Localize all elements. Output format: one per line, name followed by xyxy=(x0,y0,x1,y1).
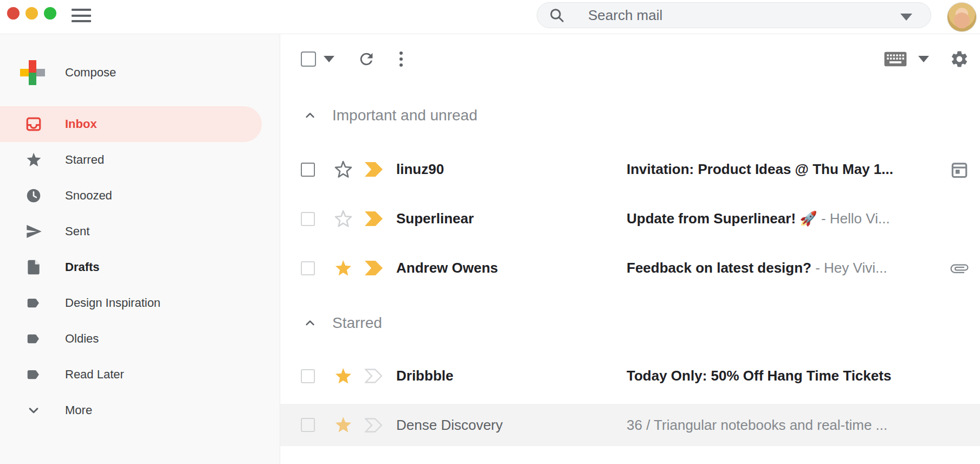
email-sender: linuz90 xyxy=(396,161,627,178)
sidebar-item-inbox[interactable]: Inbox xyxy=(0,106,262,142)
row-checkbox[interactable] xyxy=(301,418,315,432)
menu-icon[interactable] xyxy=(72,9,91,23)
sidebar-item-more[interactable]: More xyxy=(0,392,280,428)
email-subject: 36 / Triangular notebooks and real-time … xyxy=(627,417,887,433)
email-snippet: - Hello Vi... xyxy=(817,210,890,227)
minimize-window-button[interactable] xyxy=(25,7,38,20)
sidebar-item-label: Snoozed xyxy=(65,189,112,203)
star-toggle-icon[interactable] xyxy=(333,366,353,386)
row-checkbox[interactable] xyxy=(301,369,315,383)
search-icon[interactable] xyxy=(548,7,565,24)
chevron-down-icon xyxy=(24,402,43,418)
row-checkbox[interactable] xyxy=(301,261,315,275)
email-row[interactable]: Dense Discovery 36 / Triangular notebook… xyxy=(280,404,980,446)
star-toggle-icon[interactable] xyxy=(333,160,353,179)
sidebar-item-label: Sent xyxy=(65,224,89,239)
label-icon xyxy=(24,295,43,311)
sidebar-item-label: Read Later xyxy=(65,368,124,382)
sidebar-item-drafts[interactable]: Drafts xyxy=(0,249,280,285)
refresh-icon[interactable] xyxy=(357,50,376,68)
label-icon xyxy=(24,331,43,347)
zoom-window-button[interactable] xyxy=(44,7,56,20)
email-sender: Andrew Owens xyxy=(396,260,627,276)
list-toolbar xyxy=(280,49,980,69)
sidebar-item-label: Drafts xyxy=(65,260,100,274)
section-header-important-unread[interactable]: Important and unread xyxy=(280,107,980,124)
sidebar-item-design-inspiration[interactable]: Design Inspiration xyxy=(0,285,280,321)
sidebar-item-label: Design Inspiration xyxy=(65,296,160,310)
row-checkbox[interactable] xyxy=(301,212,315,226)
sidebar-item-read-later[interactable]: Read Later xyxy=(0,357,280,392)
compose-label: Compose xyxy=(65,66,116,80)
close-window-button[interactable] xyxy=(7,7,20,20)
importance-marker-icon[interactable] xyxy=(365,418,384,433)
email-sender: Dribbble xyxy=(396,368,627,384)
file-icon xyxy=(24,259,43,276)
send-icon xyxy=(24,223,43,240)
section-header-starred[interactable]: Starred xyxy=(280,314,980,332)
email-subject: Today Only: 50% Off Hang Time Tickets xyxy=(627,368,891,384)
row-checkbox[interactable] xyxy=(301,163,315,177)
compose-plus-icon xyxy=(20,60,45,85)
select-options-caret-icon[interactable] xyxy=(324,56,334,62)
calendar-icon xyxy=(949,159,970,180)
more-options-icon[interactable] xyxy=(399,51,403,67)
email-subject: Update from Superlinear! 🚀 xyxy=(627,210,817,227)
star-toggle-icon[interactable] xyxy=(333,415,353,435)
sidebar-item-label: Oldies xyxy=(65,332,99,346)
window-controls xyxy=(7,7,56,20)
settings-gear-icon[interactable] xyxy=(950,49,969,69)
select-all-checkbox[interactable] xyxy=(301,51,316,67)
email-subject: Feedback on latest design? xyxy=(627,260,811,276)
input-tools-caret-icon[interactable] xyxy=(918,56,929,62)
mail-list-pane: Important and unread linuz90 Invitation:… xyxy=(280,34,980,464)
email-row[interactable]: Superlinear Update from Superlinear! 🚀 -… xyxy=(280,194,980,243)
sidebar-item-label: Starred xyxy=(65,153,104,167)
email-snippet: - Hey Vivi... xyxy=(811,260,887,276)
sidebar-item-snoozed[interactable]: Snoozed xyxy=(0,178,280,214)
importance-marker-icon[interactable] xyxy=(365,369,384,383)
importance-marker-icon[interactable] xyxy=(365,211,384,226)
sidebar-item-label: Inbox xyxy=(65,117,97,131)
star-toggle-icon[interactable] xyxy=(333,209,353,229)
sidebar-item-oldies[interactable]: Oldies xyxy=(0,321,280,357)
sidebar-item-starred[interactable]: Starred xyxy=(0,142,280,178)
sidebar: Compose Inbox Starred xyxy=(0,34,280,464)
sidebar-item-sent[interactable]: Sent xyxy=(0,214,280,249)
star-toggle-icon[interactable] xyxy=(333,259,353,278)
avatar[interactable] xyxy=(947,2,977,32)
email-sender: Superlinear xyxy=(396,210,627,227)
section-title: Important and unread xyxy=(332,107,478,124)
search-options-caret-icon[interactable] xyxy=(900,14,912,21)
section-title: Starred xyxy=(332,314,382,332)
importance-marker-icon[interactable] xyxy=(365,261,384,275)
collapse-chevron-icon[interactable] xyxy=(302,108,318,123)
label-icon xyxy=(24,366,43,383)
search-input[interactable] xyxy=(588,7,848,24)
clock-icon xyxy=(24,187,43,204)
sidebar-item-label: More xyxy=(65,403,92,417)
star-icon xyxy=(24,151,43,169)
paperclip-icon xyxy=(949,259,970,278)
inbox-icon xyxy=(24,115,43,133)
header-bar xyxy=(0,0,980,34)
email-row[interactable]: linuz90 Invitation: Product Ideas @ Thu … xyxy=(280,145,980,194)
email-sender: Dense Discovery xyxy=(396,417,627,434)
search-bar[interactable] xyxy=(537,2,931,28)
compose-button[interactable]: Compose xyxy=(0,55,280,91)
email-row[interactable]: Andrew Owens Feedback on latest design? … xyxy=(280,243,980,293)
importance-marker-icon[interactable] xyxy=(365,162,384,177)
email-row[interactable]: Dribbble Today Only: 50% Off Hang Time T… xyxy=(280,351,980,401)
input-tools-keyboard-icon[interactable] xyxy=(884,50,907,68)
collapse-chevron-icon[interactable] xyxy=(302,315,318,331)
email-subject: Invitation: Product Ideas @ Thu May 1... xyxy=(627,161,893,177)
